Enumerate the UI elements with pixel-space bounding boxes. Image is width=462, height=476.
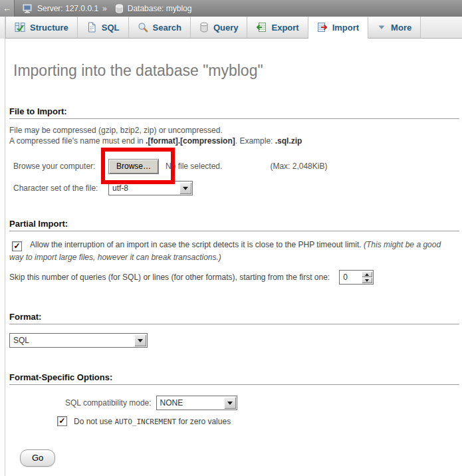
chevron-down-icon	[377, 23, 386, 32]
tab-structure[interactable]: Structure	[5, 17, 78, 39]
file-status: No file selected.	[166, 162, 222, 171]
breadcrumb: ← Server: 127.0.0.1 » Database: myblog	[0, 0, 462, 17]
tab-import[interactable]: Import	[308, 17, 368, 39]
tab-bar: Structure SQL Search Query Export	[0, 17, 462, 39]
spinner-buttons	[362, 271, 372, 283]
query-database-icon	[199, 22, 209, 33]
spinner-down-icon[interactable]	[362, 277, 372, 283]
format-select[interactable]: SQL	[9, 333, 148, 348]
sql-compatibility-value: NONE	[160, 398, 183, 408]
skip-queries-label: Skip this number of queries (for SQL) or…	[9, 273, 330, 282]
zero-values-label: Do not use AUTO_INCREMENT for zero value…	[74, 417, 231, 426]
charset-select[interactable]: utf-8	[108, 181, 193, 195]
format-value: SQL	[13, 336, 29, 345]
allow-interruption-label: Allow the interruption of an import in c…	[30, 240, 364, 249]
browse-row: Browse your computer: Browse… No file se…	[13, 159, 459, 174]
tab-query[interactable]: Query	[191, 17, 248, 39]
back-arrow-icon: ←	[3, 3, 11, 13]
back-button[interactable]: ←	[0, 0, 15, 17]
tab-sql[interactable]: SQL	[78, 17, 129, 39]
breadcrumb-server[interactable]: Server: 127.0.0.1	[37, 4, 98, 13]
section-heading-file-to-import: File to Import:	[9, 106, 459, 119]
page-title: Importing into the database "myblog"	[13, 61, 459, 80]
skip-queries-row: Skip this number of queries (for SQL) or…	[9, 270, 459, 285]
charset-label: Character set of the file:	[13, 183, 108, 193]
server-monitor-icon	[23, 4, 33, 13]
charset-value: utf-8	[112, 183, 128, 193]
skip-queries-stepper	[339, 270, 374, 285]
tab-bar-filler	[421, 17, 462, 39]
sql-compatibility-label: SQL compatibility mode:	[65, 398, 152, 408]
tab-label: Search	[153, 23, 181, 33]
spinner-up-icon[interactable]	[362, 271, 372, 277]
import-icon	[317, 22, 328, 33]
tab-label: More	[391, 23, 411, 33]
select-arrow-icon[interactable]	[134, 334, 146, 346]
auto-increment-code: AUTO_INCREMENT	[114, 417, 176, 426]
compression-line2: A compressed file's name must end in	[9, 136, 146, 146]
tab-label: Import	[332, 23, 359, 33]
tab-more[interactable]: More	[368, 17, 421, 39]
search-icon	[138, 22, 148, 33]
format-compression-pattern: .[format].[compression]	[146, 136, 235, 146]
tab-search[interactable]: Search	[129, 17, 191, 39]
skip-queries-input[interactable]	[340, 271, 363, 284]
max-upload-size: (Max: 2,048KiB)	[270, 162, 327, 171]
zero-values-checkbox[interactable]: ✓	[57, 416, 67, 426]
import-content: Importing into the database "myblog" Fil…	[0, 61, 462, 467]
sql-compatibility-select[interactable]: NONE	[156, 396, 237, 410]
section-heading-partial-import: Partial Import:	[9, 219, 459, 231]
breadcrumb-separator: »	[102, 4, 107, 13]
section-heading-format-options: Format-Specific Options:	[9, 372, 459, 385]
tab-label: SQL	[102, 23, 120, 33]
phpmyadmin-import-page: ← Server: 127.0.0.1 » Database: myblog S…	[0, 0, 462, 476]
tab-export[interactable]: Export	[247, 17, 308, 39]
compression-info: File may be compressed (gzip, bzip2, zip…	[9, 125, 459, 146]
allow-interruption-row: ✓Allow the interruption of an import in …	[9, 239, 456, 263]
compression-line1: File may be compressed (gzip, bzip2, zip…	[9, 126, 223, 135]
browse-button[interactable]: Browse…	[108, 159, 159, 174]
charset-row: Character set of the file: utf-8	[13, 181, 459, 195]
page-left-border	[5, 17, 5, 476]
select-arrow-icon[interactable]	[179, 182, 191, 194]
database-icon	[115, 4, 124, 13]
structure-icon	[15, 22, 25, 33]
export-icon	[256, 22, 267, 33]
tab-label: Export	[271, 23, 298, 33]
sql-compatibility-row: SQL compatibility mode: NONE	[65, 396, 459, 410]
section-heading-format: Format:	[9, 312, 459, 324]
go-button[interactable]: Go	[20, 449, 55, 467]
zero-values-row: ✓ Do not use AUTO_INCREMENT for zero val…	[57, 416, 459, 426]
tab-label: Structure	[30, 23, 68, 33]
select-arrow-icon[interactable]	[224, 397, 236, 409]
tab-label: Query	[213, 23, 239, 33]
browse-label: Browse your computer:	[13, 162, 108, 171]
breadcrumb-database[interactable]: Database: myblog	[128, 4, 192, 13]
example-extension: .sql.zip	[275, 136, 302, 146]
allow-interruption-checkbox[interactable]: ✓	[12, 241, 22, 251]
sql-file-icon	[86, 22, 97, 33]
